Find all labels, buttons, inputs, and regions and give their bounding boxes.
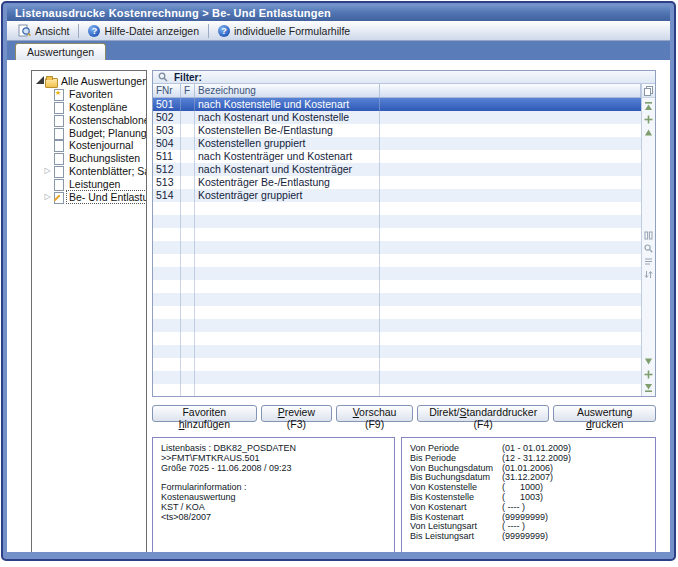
action-button[interactable]: Direkt/Standarddrucker (F4) [417, 405, 549, 422]
cell-fnr: 501 [153, 98, 181, 111]
action-button[interactable]: Auswertung drucken [553, 405, 656, 422]
criteria-rows: Von Periode (01 - 01.01.2009) Bis Period… [410, 444, 647, 542]
tree-item-icon [53, 88, 64, 100]
help-icon: ? [88, 25, 100, 37]
tree-item[interactable]: Kontenblätter; Saldenlisten [42, 165, 144, 178]
criteria-row: Bis Leistungsart (99999999) [410, 532, 647, 542]
application-window: Listenausdrucke Kostenrechnung > Be- Und… [1, 1, 676, 561]
table-row[interactable]: 513 Kostenträger Be-/Entlastung [153, 176, 641, 189]
cell-fnr: 504 [153, 137, 181, 150]
row-up-icon[interactable] [643, 127, 654, 138]
form-help-button[interactable]: ? individuelle Formularhilfe [211, 22, 357, 40]
tree-item[interactable]: Buchungslisten [42, 152, 144, 165]
help-icon: ? [218, 25, 230, 37]
zoom-icon[interactable] [643, 243, 654, 254]
cell-empty [380, 150, 641, 163]
row-down-icon[interactable] [643, 356, 654, 367]
action-button[interactable]: Favoriten hinzufügen [152, 405, 257, 422]
sort-icon[interactable] [643, 269, 654, 280]
toolbar: Ansicht ? Hilfe-Datei anzeigen ? individ… [7, 21, 670, 41]
tree-item-icon [53, 191, 64, 203]
tree-item[interactable]: Kostenschablonen [42, 113, 144, 126]
action-buttons: Favoriten hinzufügenPreview (F3)Vorschau… [152, 405, 656, 422]
list-basis-lines: Listenbasis : DBK82_POSDATEN>>FMT\FMTKRA… [161, 444, 386, 522]
text-lines-icon[interactable] [643, 256, 654, 267]
tree-item[interactable]: Budget; Planung; Prognose [42, 126, 144, 139]
column-header-bezeichnung[interactable]: Bezeichnung [195, 84, 380, 97]
tree-item[interactable]: Kostenjournal [42, 139, 144, 152]
grid-header: FNr F Bezeichnung [153, 84, 641, 98]
cell-fnr: 511 [153, 150, 181, 163]
title-bar: Listenausdrucke Kostenrechnung > Be- Und… [7, 5, 670, 21]
cell-bezeichnung: nach Kostenart und Kostenstelle [195, 111, 380, 124]
cell-empty [380, 124, 641, 137]
tree-item-label: Kostenschablonen [67, 114, 147, 126]
toolbar-separator [78, 24, 79, 38]
tree-root-label: Alle Auswertungen [59, 75, 147, 87]
copy-pages-icon[interactable] [642, 84, 655, 98]
cell-bezeichnung: nach Kostenträger und Kostenart [195, 150, 380, 163]
info-line: Größe 7025 - 11.06.2008 / 09:23 [161, 464, 386, 474]
help-file-button-label: Hilfe-Datei anzeigen [104, 25, 199, 37]
tree-children: Favoriten Kostenpläne Kostenschablonen B… [42, 88, 144, 203]
cell-fnr: 502 [153, 111, 181, 124]
page-down-icon[interactable] [643, 369, 654, 380]
cell-fnr: 513 [153, 176, 181, 189]
tree-item-icon [53, 165, 64, 177]
scroll-bottom-icon[interactable] [643, 382, 654, 393]
cell-empty [380, 111, 641, 124]
action-button[interactable]: Preview (F3) [261, 405, 332, 422]
tree-item[interactable]: Favoriten [42, 88, 144, 101]
cell-fnr: 503 [153, 124, 181, 137]
list-basis-panel: Listenbasis : DBK82_POSDATEN>>FMT\FMTKRA… [152, 437, 395, 552]
table-row[interactable]: 502 nach Kostenart und Kostenstelle [153, 111, 641, 124]
tab-band: Auswertungen [7, 41, 670, 60]
action-button[interactable]: Vorschau (F9) [336, 405, 413, 422]
table-row[interactable]: 501 nach Kostenstelle und Kostenart [153, 98, 641, 111]
tree-item-label: Kostenjournal [67, 139, 135, 151]
expander-closed-icon[interactable] [42, 192, 53, 202]
filter-bar[interactable]: Filter: [153, 71, 655, 84]
view-button[interactable]: Ansicht [11, 22, 76, 40]
tree-item-icon [53, 139, 64, 151]
tree-item-label: Favoriten [67, 88, 115, 100]
cell-bezeichnung: Kostenstellen Be-/Entlastung [195, 124, 380, 137]
tab-auswertungen[interactable]: Auswertungen [15, 43, 106, 60]
evaluations-tree: Alle Auswertungen Favoriten Kostenpläne [31, 70, 147, 552]
cell-bezeichnung: Kostenstellen gruppiert [195, 137, 380, 150]
columns-icon[interactable] [643, 230, 654, 241]
cell-empty [380, 163, 641, 176]
expander-open-icon[interactable] [34, 76, 45, 87]
column-header-f[interactable]: F [181, 84, 195, 97]
toolbar-separator [208, 24, 209, 38]
selection-criteria-panel: Von Periode (01 - 01.01.2009) Bis Period… [401, 437, 656, 552]
table-row[interactable]: 514 Kostenträger gruppiert [153, 189, 641, 202]
tree-item-label: Leistungen [67, 178, 122, 190]
view-icon [18, 24, 31, 37]
table-row[interactable]: 511 nach Kostenträger und Kostenart [153, 150, 641, 163]
table-row[interactable]: 504 Kostenstellen gruppiert [153, 137, 641, 150]
cell-f [181, 189, 195, 202]
table-row[interactable]: 512 nach Kostenart und Kostenträger [153, 163, 641, 176]
scroll-top-icon[interactable] [643, 101, 654, 112]
table-row[interactable]: 503 Kostenstellen Be-/Entlastung [153, 124, 641, 137]
tree-item-label: Budget; Planung; Prognose [67, 127, 147, 139]
help-file-button[interactable]: ? Hilfe-Datei anzeigen [81, 22, 206, 40]
view-button-label: Ansicht [35, 25, 69, 37]
info-line: <ts>08/2007 [161, 513, 386, 523]
filter-label: Filter: [174, 72, 202, 83]
cell-bezeichnung: Kostenträger gruppiert [195, 189, 380, 202]
tree-item[interactable]: Kostenpläne [42, 101, 144, 114]
cell-f [181, 124, 195, 137]
cell-bezeichnung: nach Kostenstelle und Kostenart [195, 98, 380, 111]
form-help-button-label: individuelle Formularhilfe [234, 25, 350, 37]
tree-item-icon [53, 101, 64, 113]
tree-root-alle-auswertungen[interactable]: Alle Auswertungen [34, 75, 144, 88]
tree-item-label: Kostenpläne [67, 101, 129, 113]
tree-item[interactable]: Leistungen [42, 177, 144, 190]
page-up-icon[interactable] [643, 114, 654, 125]
tree-item[interactable]: Be- Und Entlastungen [42, 190, 144, 203]
column-header-fnr[interactable]: FNr [153, 84, 181, 97]
column-header-empty [380, 84, 641, 97]
expander-closed-icon[interactable] [42, 166, 53, 176]
